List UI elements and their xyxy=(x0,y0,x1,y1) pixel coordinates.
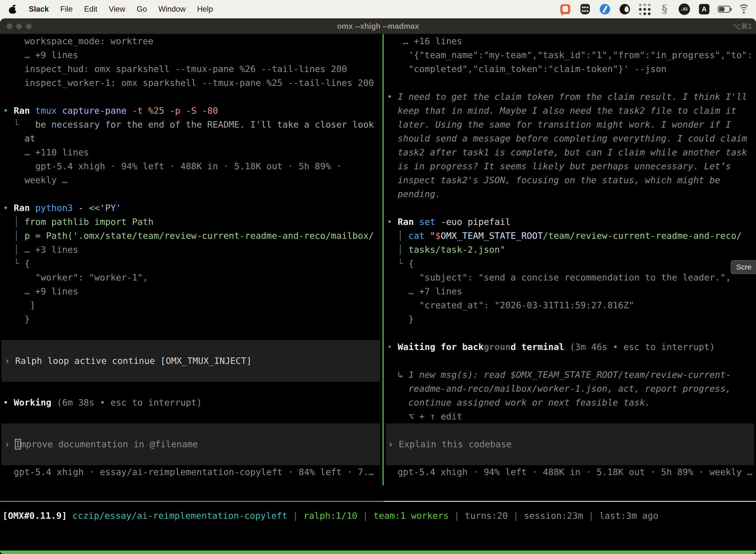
terminal-line xyxy=(0,409,382,424)
text-segment: │ xyxy=(387,231,408,241)
terminal-line: "completed","claim_token":"claim-token"}… xyxy=(385,62,756,76)
terminal-line xyxy=(385,201,756,215)
terminal-line: "worker": "worker-1", xyxy=(0,271,382,284)
text-segment: "worker": "worker-1", xyxy=(3,272,148,282)
tmux-session-window: [omx-cczip0:bash* xyxy=(2,551,93,554)
terminal-line: inspect_worker-1: omx sparkshell --tmux-… xyxy=(0,76,382,90)
text-segment: { xyxy=(24,258,30,269)
text-segment: › xyxy=(4,356,15,366)
text-segment: I need to get the claim token from the c… xyxy=(397,92,747,102)
battery-icon[interactable]: ⚡ xyxy=(718,3,730,15)
text-segment: task2 after task1 is complete, but can I… xyxy=(387,147,747,157)
text-segment: inspect_worker-1: omx sparkshell --tmux-… xyxy=(3,78,374,88)
text-segment: │ xyxy=(3,217,24,227)
grid-shield-icon[interactable] xyxy=(579,3,591,15)
window-shortcut-hint: ⌥⌘1 xyxy=(733,18,752,34)
text-segment: … +3 lines xyxy=(24,244,78,255)
menu-items: SlackFileEditViewGoWindowHelp xyxy=(9,5,213,14)
text-segment: is in progress? It seems likely but perh… xyxy=(387,161,731,171)
text-segment: OMX_TEAM_STATE_ROOT xyxy=(441,231,543,241)
pane-border-right xyxy=(384,501,756,502)
text-segment: team:1 workers xyxy=(374,510,449,521)
menu-item-window[interactable]: Window xyxy=(158,5,186,14)
prompt-input-right[interactable]: › Explain this codebase xyxy=(386,424,754,465)
input-line: › Improve documentation in @filename xyxy=(1,437,380,451)
text-segment: … +9 lines xyxy=(3,286,78,296)
terminal-line: readme-and-reco/mailbox/worker-1.json, a… xyxy=(385,382,756,396)
terminal-line: │ from pathlib import Path xyxy=(0,215,382,229)
menu-item-slack[interactable]: Slack xyxy=(29,5,49,14)
text-segment: at xyxy=(3,133,35,144)
pane-divider[interactable] xyxy=(382,34,384,486)
terminal-line: │ p = Path('.omx/state/team/review-curre… xyxy=(0,229,382,243)
text-segment: gpt-5.4 xhigh · 94% left · 488K in · 5.1… xyxy=(387,467,753,477)
text-segment: Explain this codebase xyxy=(398,439,511,449)
terminal-line: … +110 lines xyxy=(0,146,382,159)
text-segment: later. Using the same for transition mig… xyxy=(387,119,731,129)
text-segment: tasks/task-2.json" xyxy=(408,244,505,255)
terminal-line: keep that in mind. Maybe I also need the… xyxy=(385,104,756,118)
terminal-line xyxy=(0,90,382,104)
text-segment: 1 new msg(s): read $OMX_TEAM_STATE_ROOT/… xyxy=(408,370,731,380)
text-segment: └ xyxy=(3,258,24,269)
terminal-line: ↳ 1 new msg(s): read $OMX_TEAM_STATE_ROO… xyxy=(385,368,756,382)
text-segment: • xyxy=(3,397,14,407)
text-segment: d terminal xyxy=(511,342,570,352)
text-segment: Ran xyxy=(397,217,419,227)
text-segment: readme-and-reco/mailbox/worker-1.json, a… xyxy=(387,384,731,394)
terminal-line: • Working (6m 38s • esc to interrupt) xyxy=(0,396,382,409)
text-segment: } xyxy=(3,314,30,324)
text-segment: capture-pane xyxy=(62,106,132,116)
text-segment: inspect task2's JSON, focusing on the st… xyxy=(387,175,720,185)
terminal-content: workspace_mode: worktree … +9 lines insp… xyxy=(0,34,756,554)
text-segment: │ xyxy=(3,244,24,255)
s-curve-icon[interactable]: § xyxy=(658,3,671,15)
menu-item-view[interactable]: View xyxy=(109,5,125,14)
text-segment: gpt-5.4 xhigh · essay/ai-reimplementatio… xyxy=(3,467,374,477)
battery-percent-icon[interactable]: ..61 xyxy=(678,3,691,15)
pane-border-left xyxy=(0,501,384,502)
menu-item-go[interactable]: Go xyxy=(137,5,147,14)
terminal-line: } xyxy=(385,312,756,326)
keyboard-layout-icon[interactable]: A xyxy=(698,3,710,15)
text-segment: p = Path('.omx/state/team/review-current… xyxy=(24,231,374,241)
ralph-loop-banner[interactable]: › Ralph loop active continue [OMX_TMUX_I… xyxy=(1,340,380,382)
wifi-icon[interactable] xyxy=(738,3,750,15)
text-segment: | xyxy=(449,510,465,521)
text-segment xyxy=(67,510,72,521)
menu-item-help[interactable]: Help xyxy=(197,5,213,14)
terminal-line: │ tasks/task-2.json" xyxy=(385,243,756,257)
menu-item-file[interactable]: File xyxy=(60,5,73,14)
text-segment: ⌥ + ↑ edit xyxy=(387,411,462,422)
text-segment: cczip/essay/ai-reimplementation-copyleft xyxy=(72,510,288,521)
text-segment: should send a message before completing … xyxy=(387,133,747,144)
terminal-line: └ { xyxy=(385,257,756,271)
text-segment: | xyxy=(583,510,599,521)
chat-app-icon[interactable] xyxy=(559,3,571,15)
terminal-line: • Waiting for background terminal (3m 46… xyxy=(385,340,756,354)
text-segment: (3m 46s • esc to interrupt) xyxy=(570,342,715,352)
terminal-line: … +9 lines xyxy=(0,48,382,62)
text-segment: inspect_hud: omx sparkshell --tmux-pane … xyxy=(3,64,347,74)
terminal-line: • Ran tmux capture-pane -t %25 -p -S -80 xyxy=(0,104,382,118)
menu-item-edit[interactable]: Edit xyxy=(84,5,97,14)
terminal-line: } xyxy=(0,312,382,326)
text-segment: • xyxy=(3,106,14,116)
apple-menu-icon[interactable] xyxy=(9,5,16,14)
text-segment: Ran xyxy=(14,203,35,213)
blue-badge-icon[interactable] xyxy=(599,3,611,15)
text-segment: (6m 38s • esc to interrupt) xyxy=(57,397,202,407)
text-segment: └ xyxy=(3,119,35,129)
left-pane-status-line: gpt-5.4 xhigh · essay/ai-reimplementatio… xyxy=(0,465,382,479)
dots-grid-icon[interactable] xyxy=(638,3,651,15)
text-segment: groun xyxy=(484,342,510,352)
crescent-app-icon[interactable] xyxy=(619,3,631,15)
text-segment: | xyxy=(508,510,524,521)
screen-notification-tooltip[interactable]: Scre xyxy=(731,260,756,274)
terminal-line: │ cat "$OMX_TEAM_STATE_ROOT/team/review-… xyxy=(385,229,756,243)
prompt-input-left[interactable]: › Improve documentation in @filename xyxy=(1,424,380,465)
text-segment: session:23m xyxy=(524,510,583,521)
terminal-window: omx --xhigh --madmax ⌥⌘1 workspace_mode:… xyxy=(0,18,756,554)
text-segment: … +16 lines xyxy=(387,36,462,46)
terminal-line: at xyxy=(0,131,382,146)
